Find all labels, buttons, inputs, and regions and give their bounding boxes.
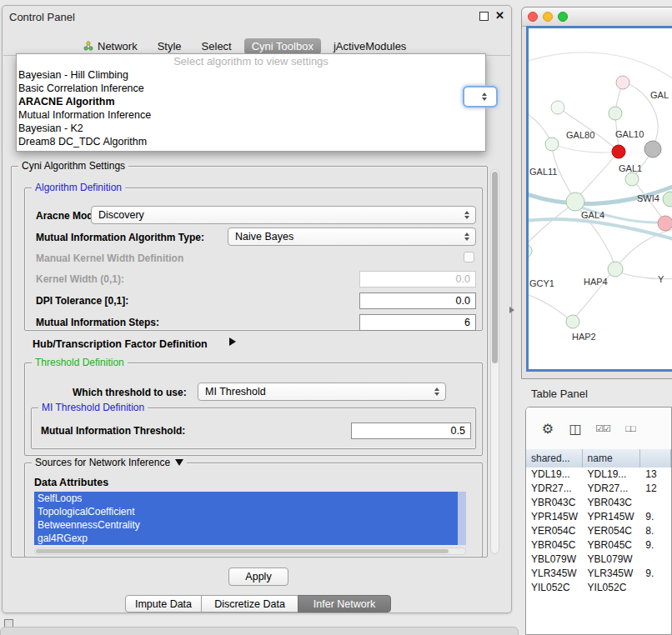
close-traffic-light[interactable]: [528, 12, 538, 22]
collapse-arrow-icon[interactable]: [175, 459, 183, 466]
table-row[interactable]: YER054CYER054C8.: [526, 524, 671, 538]
node-label: GCY1: [529, 278, 554, 288]
attribute-list-item[interactable]: BetweennessCentrality: [34, 518, 461, 532]
settings-scrollbar[interactable]: [490, 169, 499, 554]
kernel-width-field[interactable]: 0.0: [359, 271, 476, 288]
data-attributes-list[interactable]: SelfLoopsTopologicalCoefficientBetweenne…: [34, 492, 466, 545]
mi-algorithm-type-combo[interactable]: Naive Bayes: [228, 228, 476, 246]
table-cell: 9.: [640, 510, 671, 524]
network-node[interactable]: [663, 192, 672, 207]
tab-network[interactable]: Network: [76, 38, 145, 54]
table-row[interactable]: YDL19...YDL19...13: [526, 468, 671, 482]
close-window-button[interactable]: ✕: [495, 11, 504, 21]
network-node[interactable]: [566, 192, 584, 211]
mi-steps-field[interactable]: 6: [359, 314, 476, 331]
manual-kernel-width-label: Manual Kernel Width Definition: [36, 252, 183, 264]
tab-select[interactable]: Select: [194, 38, 239, 54]
mi-threshold-field[interactable]: 0.5: [351, 422, 471, 439]
dpi-tolerance-field[interactable]: 0.0: [359, 292, 476, 309]
network-node[interactable]: [545, 138, 559, 151]
network-edge[interactable]: [529, 52, 672, 82]
network-node[interactable]: [644, 141, 661, 158]
zoom-traffic-light[interactable]: [558, 12, 568, 22]
table-cell: 12: [640, 482, 671, 496]
control-panel-window: Control Panel ✕ Network Style Select: [2, 5, 512, 613]
attribute-list-item[interactable]: SelfLoops: [34, 492, 461, 505]
table-row[interactable]: YPR145WYPR145W9.: [526, 510, 671, 524]
which-threshold-combo[interactable]: MI Threshold: [198, 382, 446, 401]
algorithm-option[interactable]: Basic Correlation Inference: [17, 82, 485, 95]
table-row[interactable]: YLR345WYLR345W9.: [526, 567, 671, 581]
network-edge[interactable]: [558, 108, 617, 150]
table-row[interactable]: YBL079WYBL079W: [526, 552, 671, 567]
window-title: Control Panel: [9, 11, 75, 23]
table-cell: [640, 552, 671, 567]
apply-button[interactable]: Apply: [228, 568, 288, 586]
tab-impute-data[interactable]: Impute Data: [125, 595, 202, 612]
aracne-mode-combo[interactable]: Discovery: [91, 206, 476, 224]
manual-kernel-width-checkbox[interactable]: [464, 252, 474, 262]
attribute-list-item[interactable]: gal4RGexp: [34, 532, 461, 545]
network-node[interactable]: [609, 107, 622, 120]
tab-label: Cyni Toolbox: [252, 40, 313, 52]
network-edge[interactable]: [617, 228, 672, 267]
network-edge[interactable]: [529, 292, 570, 320]
network-edge[interactable]: [529, 205, 572, 250]
network-edge[interactable]: [579, 153, 617, 197]
algorithm-option[interactable]: Dream8 DC_TDC Algorithm: [17, 135, 485, 148]
table-header-row: shared...name: [526, 449, 671, 468]
gear-icon[interactable]: ⚙: [538, 421, 558, 437]
network-node[interactable]: [612, 145, 625, 158]
table-row[interactable]: YIL052CYIL052C: [526, 581, 671, 595]
column-header[interactable]: shared...: [526, 449, 583, 468]
table-cell: YLR345W: [526, 567, 583, 581]
hub-definition-label[interactable]: Hub/Transcription Factor Definition: [33, 338, 208, 350]
attributes-list-scrollbar[interactable]: [458, 492, 466, 545]
splitter-collapse-arrow[interactable]: [509, 307, 514, 313]
table-row[interactable]: YDR27...YDR27...12: [526, 482, 671, 496]
network-node[interactable]: [625, 172, 639, 186]
columns-icon[interactable]: ◫: [565, 421, 585, 437]
network-edge[interactable]: [552, 144, 617, 152]
clear-all-checkboxes-icon[interactable]: □□: [620, 423, 640, 433]
column-header[interactable]: name: [583, 449, 641, 468]
network-canvas[interactable]: GALGAL80GAL10GAL11GAL1SWI4GAL4GCY1HAP4YH…: [526, 26, 672, 372]
network-node[interactable]: [529, 244, 532, 258]
network-node[interactable]: [616, 76, 629, 89]
algorithm-option[interactable]: Bayesian - K2: [17, 122, 485, 135]
node-label: HAP4: [584, 277, 608, 287]
network-node[interactable]: [566, 315, 579, 328]
algorithm-option[interactable]: Mutual Information Inference: [17, 108, 485, 122]
table-toolbar: ⚙ ◫ ☑☑ □□: [526, 408, 671, 450]
tab-style[interactable]: Style: [150, 38, 189, 54]
tab-infer-network[interactable]: Infer Network: [298, 595, 391, 612]
algorithm-combo-fragment[interactable]: [463, 86, 498, 108]
group-title: Algorithm Definition: [32, 182, 125, 193]
float-window-button[interactable]: [479, 12, 489, 21]
network-node[interactable]: [551, 101, 564, 114]
settings-scrollbar-thumb[interactable]: [492, 172, 498, 363]
combo-value: MI Threshold: [205, 386, 431, 398]
attributes-hscrollbar[interactable]: [34, 548, 466, 555]
network-node[interactable]: [608, 262, 623, 277]
table-cell: [640, 581, 671, 595]
attribute-list-item[interactable]: TopologicalCoefficient: [34, 505, 461, 518]
attributes-hscrollbar-thumb[interactable]: [36, 549, 449, 553]
tab-cyni-toolbox[interactable]: Cyni Toolbox: [244, 38, 321, 54]
algorithm-option[interactable]: Bayesian - Hill Climbing: [17, 68, 485, 82]
table-row[interactable]: YBR045CYBR045C9.: [526, 538, 671, 552]
column-header[interactable]: [640, 449, 671, 468]
node-label: HAP2: [572, 332, 596, 342]
tab-jactivemodules[interactable]: jActiveModules: [326, 38, 414, 54]
table-row[interactable]: YBR043CYBR043C: [526, 496, 671, 510]
table-cell: YBL079W: [526, 552, 583, 567]
network-window-titlebar: [522, 8, 672, 27]
tab-discretize-data[interactable]: Discretize Data: [201, 595, 298, 612]
tab-label: Style: [158, 40, 182, 52]
select-all-checkboxes-icon[interactable]: ☑☑: [593, 423, 613, 434]
network-edge[interactable]: [529, 108, 551, 142]
minimize-traffic-light[interactable]: [543, 12, 553, 22]
expand-arrow-icon[interactable]: [229, 338, 236, 346]
algorithm-option[interactable]: ARACNE Algorithm: [17, 95, 485, 108]
network-node[interactable]: [658, 216, 672, 231]
